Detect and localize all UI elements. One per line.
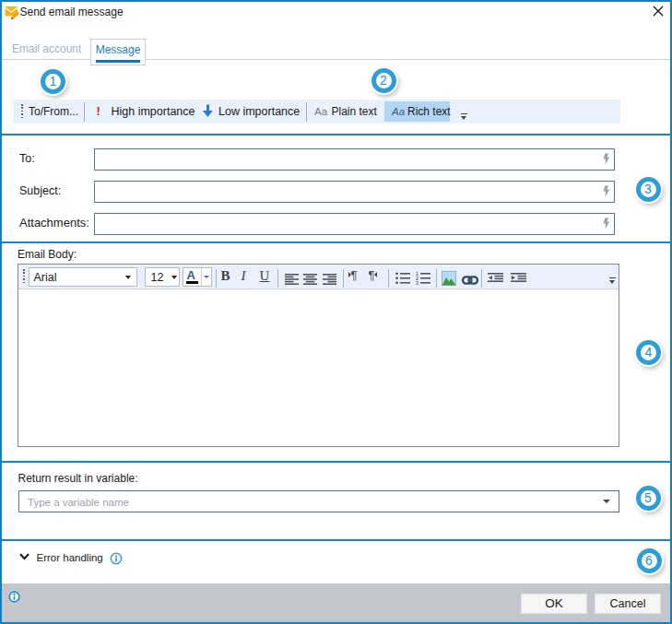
svg-text:3: 3 [416, 280, 419, 285]
